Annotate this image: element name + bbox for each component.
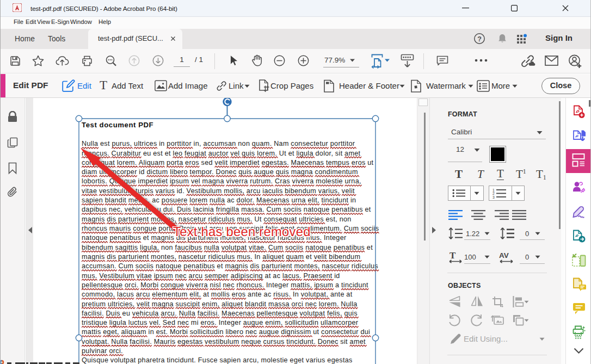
svg-text:AV: AV xyxy=(499,251,509,260)
svg-text:?: ? xyxy=(477,35,482,43)
svg-text:3: 3 xyxy=(492,195,495,199)
svg-text:T: T xyxy=(450,251,456,261)
